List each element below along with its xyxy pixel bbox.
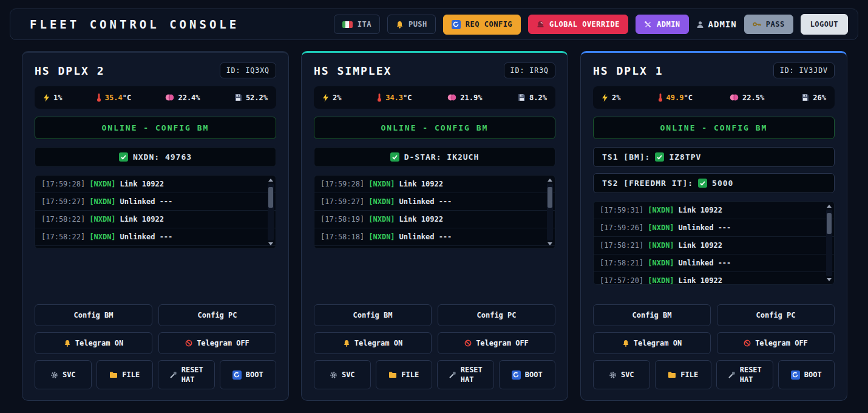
boot-button[interactable]: BOOT (220, 360, 277, 389)
load-value: 2% (612, 94, 620, 102)
config-bm-button[interactable]: Config BM (35, 304, 152, 326)
log-row: [17:57:22] [NXDN] Link 10922 (35, 246, 276, 249)
mode-indicator-dstar: D-STAR: IK2UCH (314, 147, 555, 167)
ts2-label: TS2 [FREEDMR IT]: (602, 179, 693, 188)
device-title: HS DPLX 2 (35, 64, 105, 77)
disk-value: 26% (813, 94, 826, 102)
telegram-on-button[interactable]: Telegram ON (314, 332, 432, 354)
block-icon (464, 340, 472, 347)
telegram-off-label: Telegram OFF (476, 339, 529, 347)
config-bm-label: Config BM (353, 311, 392, 319)
stat-memory: 21.9% (447, 94, 482, 102)
boot-label: BOOT (804, 370, 822, 379)
scroll-track[interactable] (547, 183, 553, 241)
reset-hat-button[interactable]: RESET HAT (716, 360, 773, 389)
config-pc-button[interactable]: Config PC (158, 304, 276, 326)
config-pc-button[interactable]: Config PC (438, 304, 555, 326)
scroll-thumb[interactable] (548, 187, 552, 208)
card-header: HS SIMPLEX ID: IR3Q (314, 63, 555, 78)
scroll-up-arrow-icon[interactable] (268, 179, 273, 182)
svc-label: SVC (621, 370, 634, 379)
bell-icon (343, 340, 350, 347)
file-button[interactable]: FILE (97, 360, 154, 389)
telegram-off-label: Telegram OFF (197, 339, 249, 347)
scroll-thumb[interactable] (827, 213, 832, 234)
log-tag: [NXDN] (648, 224, 674, 232)
log-time: [17:59:28] (320, 180, 364, 188)
stat-load: 2% (602, 94, 620, 102)
scroll-thumb[interactable] (268, 187, 273, 208)
device-grid: HS DPLX 2 ID: IQ3XQ 1% 35.4°C 22.4% 52.2… (22, 51, 847, 401)
scroll-up-arrow-icon[interactable] (548, 179, 552, 182)
tools-icon (644, 21, 652, 29)
telegram-off-button[interactable]: Telegram OFF (717, 332, 835, 354)
config-bm-button[interactable]: Config BM (593, 304, 711, 326)
telegram-off-button[interactable]: Telegram OFF (158, 332, 276, 354)
scroll-track[interactable] (268, 183, 274, 241)
header-actions: ITA PUSH REQ CONFIG GLOBAL OVERRIDE ADMI (334, 14, 848, 35)
pass-button[interactable]: PASS (744, 15, 793, 34)
push-label: PUSH (409, 20, 427, 29)
log-time: [17:58:21] (600, 241, 643, 250)
telegram-on-button[interactable]: Telegram ON (35, 332, 152, 354)
card-actions: Config BM Config PC Telegram ON Telegram… (593, 297, 835, 389)
log-time: [17:59:26] (600, 224, 643, 232)
telegram-on-button[interactable]: Telegram ON (593, 332, 711, 354)
log-scrollbar[interactable] (267, 177, 274, 247)
scroll-up-arrow-icon[interactable] (827, 205, 832, 208)
log-row: [17:58:18] [NXDN] Unlinked --- (314, 228, 555, 246)
device-card-hs-simplex: HS SIMPLEX ID: IR3Q 2% 34.3°C 21.9% 8.2% (301, 51, 568, 401)
log-row: [17:59:27] [NXDN] Unlinked --- (35, 193, 276, 211)
log-time: [17:57:20] (600, 276, 643, 285)
log-row: [17:59:28] [NXDN] Link 10922 (314, 176, 555, 193)
gear-icon (330, 371, 337, 379)
thermometer-icon (658, 93, 663, 102)
logout-button[interactable]: LOGOUT (801, 14, 848, 35)
block-icon (185, 340, 192, 347)
mode-indicator-nxdn: NXDN: 49763 (35, 147, 276, 167)
log-message: Unlinked --- (120, 197, 173, 206)
svc-button[interactable]: SVC (35, 360, 92, 389)
file-button[interactable]: FILE (376, 360, 433, 389)
log-scrollbar[interactable] (826, 203, 833, 283)
reset-hat-label: RESET HAT (181, 365, 203, 384)
scroll-track[interactable] (826, 210, 832, 276)
boot-button[interactable]: BOOT (778, 360, 835, 389)
config-bm-button[interactable]: Config BM (314, 304, 432, 326)
stat-memory: 22.5% (730, 94, 764, 102)
log-scrollbar[interactable] (546, 177, 554, 247)
log-row: [17:58:21] [NXDN] Unlinked --- (594, 254, 834, 272)
gear-icon (609, 371, 617, 379)
event-log: [17:59:28] [NXDN] Link 10922 [17:59:27] … (314, 175, 555, 249)
push-button[interactable]: PUSH (387, 15, 436, 34)
language-button[interactable]: ITA (334, 15, 380, 34)
log-tag: [NXDN] (89, 233, 115, 241)
config-pc-button[interactable]: Config PC (717, 304, 835, 326)
screwdriver-icon (449, 371, 456, 379)
global-override-button[interactable]: GLOBAL OVERRIDE (528, 15, 628, 34)
memory-value: 22.5% (742, 94, 764, 102)
admin-panel-button[interactable]: ADMIN (636, 15, 689, 34)
user-chip: ADMIN (696, 19, 737, 29)
log-row: [17:58:19] [NXDN] Link 10922 (314, 211, 555, 228)
boot-button[interactable]: BOOT (499, 360, 556, 389)
reset-hat-button[interactable]: RESET HAT (437, 360, 494, 389)
svc-button[interactable]: SVC (314, 360, 371, 389)
scroll-down-arrow-icon[interactable] (268, 242, 273, 245)
log-tag: [NXDN] (89, 180, 115, 188)
telegram-off-button[interactable]: Telegram OFF (438, 332, 555, 354)
bell-icon (396, 21, 404, 29)
stat-load: 1% (43, 94, 62, 102)
log-tag: [NXDN] (368, 197, 395, 206)
user-icon (696, 21, 704, 29)
scroll-down-arrow-icon[interactable] (548, 242, 552, 245)
scroll-down-arrow-icon[interactable] (827, 278, 832, 281)
req-config-button[interactable]: REQ CONFIG (443, 15, 521, 35)
ts1-value: IZ8TPV (669, 152, 701, 162)
svc-button[interactable]: SVC (593, 360, 650, 389)
file-button[interactable]: FILE (655, 360, 712, 389)
boot-refresh-icon (512, 370, 521, 380)
config-pc-label: Config PC (197, 311, 237, 319)
reset-hat-button[interactable]: RESET HAT (158, 360, 215, 389)
log-tag: [NXDN] (368, 180, 395, 188)
